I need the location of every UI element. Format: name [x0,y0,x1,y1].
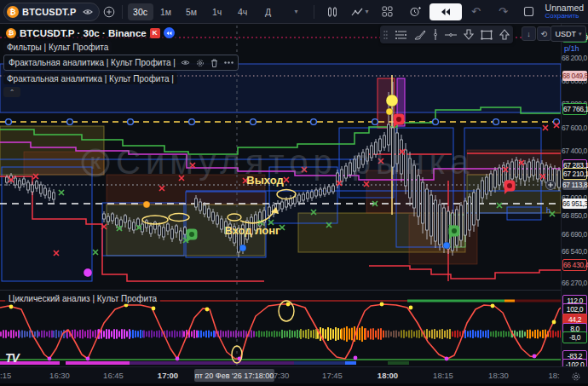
undo-button[interactable]: ↶ [464,3,489,20]
redo-button[interactable]: ↷ [491,3,516,20]
legend-symbol-row[interactable]: ₿ BTCUSDT.P · 30с · Binance K [3,26,177,39]
arrow-down-marker-icon[interactable] [464,29,474,40]
price-tick: 68 200,0 [562,54,586,62]
top-toolbar: ₿ BTCUSDT.P 30с1м5м1ч4чД ▾ ▾ [0,0,588,24]
toolbar-left: ₿ BTCUSDT.P 30с1м5м1ч4чД ▾ ▾ [0,3,516,21]
currency-dropdown[interactable]: USDT ▾ [551,26,586,42]
toolbar-right: Unnamed Сохранить ▾ [516,3,588,20]
time-tick: 17:45 [322,371,343,380]
indicator-legend-row[interactable]: Циклический анализ | Культ Профита [5,293,160,304]
horizontal-line-tool-icon[interactable] [445,32,457,37]
time-tick: 7:30 [274,371,290,380]
tradingview-logo[interactable]: TV [5,351,19,365]
arrow-up-marker-icon[interactable] [499,29,510,40]
bitcoin-icon: ₿ [7,6,19,18]
legend-symbol-title: BTCUSDT.P · 30с · Binance [20,28,147,38]
time-tick: 16:30 [49,371,70,380]
interval-4ч[interactable]: 4ч [230,3,256,20]
cycle-wave-line [0,304,561,359]
indicator-label: Фильтры | Культ Профита [7,43,108,52]
price-label-white-fill: 66 951,3 [562,199,587,209]
price-tick: 67 600,0 [562,124,586,132]
legend-indicator-row-0[interactable]: Фильтры | Культ Профита [3,41,112,53]
manage-drawings-icon[interactable] [395,30,407,40]
price-unit-label: p/1h [564,44,579,53]
indicator-value-label: -8,0 [562,331,587,343]
price-tick: 66 540,0 [562,247,586,256]
symbol-button[interactable]: ₿ BTCUSDT.P [3,3,100,21]
interval-Д[interactable]: Д [256,3,281,20]
entry-label: Вход лонг [224,224,280,237]
legend-indicator-row-1[interactable]: Фрактальная аналитика | Культ Профита | [3,55,239,71]
scroll-to-realtime-button[interactable]: ↓ [522,26,536,41]
price-label-green-o: 67 766,1 [562,103,587,115]
select-layout-icon[interactable] [516,3,542,20]
h-marker: h [546,206,551,215]
interval-dropdown-chevron[interactable]: ▾ [283,3,308,20]
exit-label: Выход [246,174,284,187]
rectangle-tool-icon[interactable] [481,30,493,40]
currency-label: USDT [555,30,576,38]
chart-area: КСимулятор рынкаВыходВход лонгh p/1h 68 … [0,24,588,386]
divider [314,5,314,19]
price-label-yel-o: 67 210,1 [562,168,587,180]
time-tick: 18:15 [433,371,453,380]
drag-handle-icon[interactable] [383,30,388,40]
brush-tool-icon[interactable] [414,30,426,40]
interval-5м[interactable]: 5м [179,3,205,20]
time-tick: 16:45 [103,371,124,380]
floating-draw-toolbar [380,26,513,43]
bitcoin-icon: ₿ [6,28,16,38]
svg-text:Симулятор рынка: Симулятор рынка [116,143,475,181]
kult-profita-logo: K [150,28,160,38]
symbol-label: BTCUSDT.P [22,7,77,17]
chart-style-icon[interactable] [320,3,345,20]
replay-active-badge [164,27,175,38]
legend-indicator-row-2[interactable]: Фрактальная аналитика | Культ Профита | [3,72,177,84]
price-tick: 66 850,0 [562,211,586,220]
legend-collapse-button[interactable]: ⌃ [3,87,20,97]
price-tick: 66 690,0 [562,230,586,239]
replay-datetime-chip: пт 20 Фев '26 17:18:00 [194,369,274,382]
broker-eye-icon[interactable] [80,4,95,20]
divider [122,5,123,19]
maximize-pane-button[interactable]: ⟲ [537,26,551,41]
indicators-icon[interactable]: ▾ [347,3,373,20]
replay-button[interactable] [429,3,462,20]
save-link[interactable]: Сохранить [545,12,579,20]
alert-clock-icon[interactable] [402,3,428,20]
settings-icon[interactable] [196,59,205,67]
interval-group: 30с1м5м1ч4чД [128,3,281,20]
price-label-gray-fill: 67 113,8 [562,180,587,190]
price-tick: 67 400,0 [562,147,586,155]
layout-name: Unnamed [545,3,585,12]
indicator-label: Фрактальная аналитика | Культ Профита | [7,74,174,84]
price-tick: 66 270,0 [562,279,586,287]
add-alert-plus-icon[interactable] [546,181,556,190]
time-tick: 6:15 [0,371,11,380]
price-axis[interactable]: p/1h 68 200,068 000,067 800,067 600,067 … [561,24,588,366]
price-label-pink-fill: 68 049,8 [562,71,587,81]
layout-name-button[interactable]: Unnamed Сохранить [545,3,585,20]
more-options-icon[interactable] [224,61,233,64]
time-tick: 18: [548,371,559,380]
time-tick: 18:00 [378,371,398,380]
vertical-line-tool-icon[interactable] [433,29,438,40]
compare-add-button[interactable] [101,4,117,20]
eye-icon[interactable] [181,59,190,66]
price-label-red-o: 66 430,4 [562,259,587,271]
time-tick: 18:30 [488,371,509,380]
indicator-label: Фрактальная аналитика | Культ Профита | [9,58,176,67]
chart-legend: ₿ BTCUSDT.P · 30с · Binance K Фильтры | … [3,26,239,97]
layout-grid-icon[interactable] [375,3,401,20]
time-axis[interactable]: 6:1516:3016:4517:007:3017:4518:0018:1518… [0,366,588,383]
interval-30с[interactable]: 30с [128,3,153,20]
cycle-histogram-layer [0,326,561,342]
svg-text:К: К [90,153,101,172]
interval-1м[interactable]: 1м [153,3,179,20]
time-tick: 17:00 [158,371,178,380]
delete-icon[interactable] [210,59,218,67]
interval-1ч[interactable]: 1ч [205,3,230,20]
trading-app-window: ₿ BTCUSDT.P 30с1м5м1ч4чД ▾ ▾ [0,0,588,386]
